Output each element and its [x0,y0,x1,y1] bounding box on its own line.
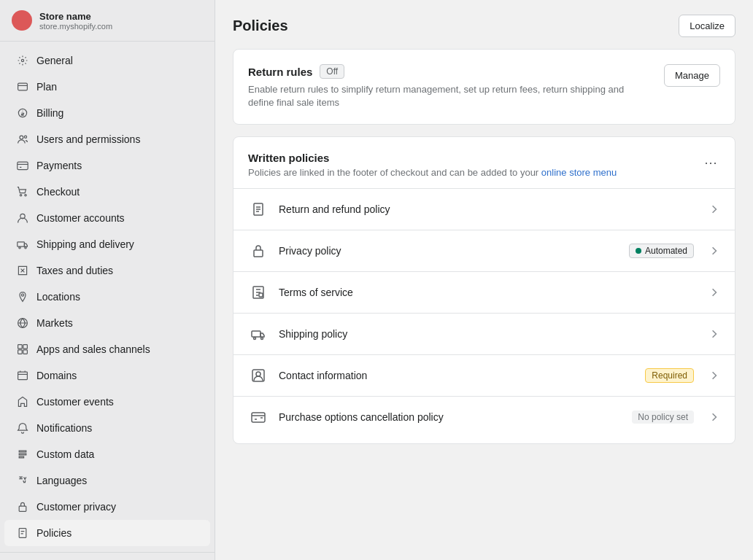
svg-rect-10 [18,242,25,246]
payments-icon [16,159,29,172]
receipt-icon [248,199,269,219]
chevron-right-icon [708,411,720,423]
svg-point-27 [254,338,256,340]
svg-point-29 [256,372,260,376]
sidebar-item-customer-privacy[interactable]: Customer privacy [4,494,210,520]
localize-button[interactable]: Localize [679,15,735,37]
policy-item-terms[interactable]: Terms of service [233,271,735,313]
sidebar-item-markets[interactable]: Markets [4,310,210,336]
svg-rect-6 [18,162,28,169]
store-info: Store name store.myshopify.com [39,11,112,31]
store-avatar [12,10,32,31]
sidebar-footer: User name [0,552,215,560]
policy-name-return-refund: Return and refund policy [279,203,694,215]
general-icon [16,54,29,67]
written-policies-title: Written policies [248,152,701,164]
sidebar-item-customer-accounts[interactable]: Customer accounts [4,205,210,231]
return-rules-info: Return rules Off Enable return rules to … [248,64,652,109]
svg-rect-18 [23,350,28,354]
more-options-button[interactable]: ⋯ [701,152,720,174]
sidebar-label-checkout: Checkout [36,186,80,198]
users-icon [16,133,29,146]
chevron-right-icon [708,287,720,298]
svg-rect-17 [18,350,23,354]
svg-rect-20 [19,506,26,511]
policy-name-privacy: Privacy policy [279,245,619,257]
return-rules-status: Off [320,64,344,79]
svg-rect-26 [252,331,260,337]
return-rules-title-row: Return rules Off [248,64,652,79]
policy-item-shipping[interactable]: Shipping policy [233,313,735,354]
sidebar-item-customer-events[interactable]: Customer events [4,389,210,415]
policies-icon [16,526,29,540]
svg-point-13 [21,294,23,296]
svg-rect-25 [259,293,263,297]
policy-item-purchase-cancellation[interactable]: Purchase options cancellation policy No … [233,396,735,438]
sidebar-label-languages: Languages [36,475,87,486]
written-policies-card: Written policies Policies are linked in … [233,136,735,444]
shipping-icon [16,238,29,251]
policy-item-return-refund[interactable]: Return and refund policy [233,188,735,230]
sidebar-label-customer-accounts: Customer accounts [36,212,125,224]
store-name: Store name [39,11,112,22]
chevron-right-icon [708,328,720,340]
online-store-menu-link[interactable]: online store menu [541,167,617,178]
sidebar-label-markets: Markets [36,317,73,329]
sidebar-label-apps: Apps and sales channels [36,343,150,355]
sidebar-label-policies: Policies [36,527,72,539]
svg-point-28 [261,338,263,340]
sidebar-item-billing[interactable]: Billing [4,100,210,126]
customer-events-icon [16,395,29,408]
sidebar-item-domains[interactable]: Domains [4,362,210,389]
manage-button[interactable]: Manage [664,64,720,87]
automated-badge: Automated [629,244,694,258]
contact-icon [248,365,269,386]
apps-icon [16,343,29,356]
sidebar-item-payments[interactable]: Payments [4,152,210,179]
dot-green-icon [636,248,641,254]
sidebar-label-payments: Payments [36,160,82,171]
sidebar-item-apps[interactable]: Apps and sales channels [4,336,210,362]
sidebar-label-general: General [36,55,73,66]
policy-item-privacy[interactable]: Privacy policy Automated [233,230,735,271]
svg-point-4 [20,136,23,139]
svg-rect-31 [252,413,265,422]
svg-point-7 [20,195,21,196]
svg-rect-19 [18,372,28,379]
sidebar-item-shipping[interactable]: Shipping and delivery [4,231,210,257]
notifications-icon [16,421,29,435]
sidebar-item-locations[interactable]: Locations [4,284,210,310]
plan-icon [16,80,29,93]
sidebar-item-plan[interactable]: Plan [4,74,210,100]
return-rules-label: Return rules [248,66,312,78]
sidebar-label-billing: Billing [36,107,63,119]
sidebar-item-general[interactable]: General [4,47,210,74]
svg-point-12 [25,247,26,249]
svg-rect-23 [254,250,263,257]
chevron-right-icon [708,203,720,215]
svg-point-8 [25,195,26,196]
sidebar-item-custom-data[interactable]: Custom data [4,441,210,467]
return-rules-card: Return rules Off Enable return rules to … [233,49,735,125]
svg-point-0 [21,59,23,61]
lock-icon [248,241,269,261]
policy-item-contact[interactable]: Contact information Required [233,354,735,396]
written-policies-description: Policies are linked in the footer of che… [248,167,701,178]
sidebar-label-taxes: Taxes and duties [36,265,113,276]
sidebar-nav: General Plan Billing Users and permissio… [0,42,215,552]
sidebar-item-policies[interactable]: Policies [4,520,210,546]
sidebar-label-custom-data: Custom data [36,448,94,460]
sidebar-label-shipping: Shipping and delivery [36,238,134,250]
sidebar-label-customer-events: Customer events [36,396,114,408]
policy-name-purchase-cancellation: Purchase options cancellation policy [279,411,622,423]
svg-rect-16 [23,345,28,349]
truck-icon [248,324,269,344]
sidebar-item-checkout[interactable]: Checkout [4,179,210,205]
sidebar-item-languages[interactable]: Languages [4,467,210,494]
sidebar-item-users[interactable]: Users and permissions [4,126,210,152]
domains-icon [16,369,29,382]
markets-icon [16,316,29,330]
sidebar-item-notifications[interactable]: Notifications [4,415,210,441]
svg-rect-21 [19,529,26,538]
sidebar-item-taxes[interactable]: Taxes and duties [4,257,210,284]
